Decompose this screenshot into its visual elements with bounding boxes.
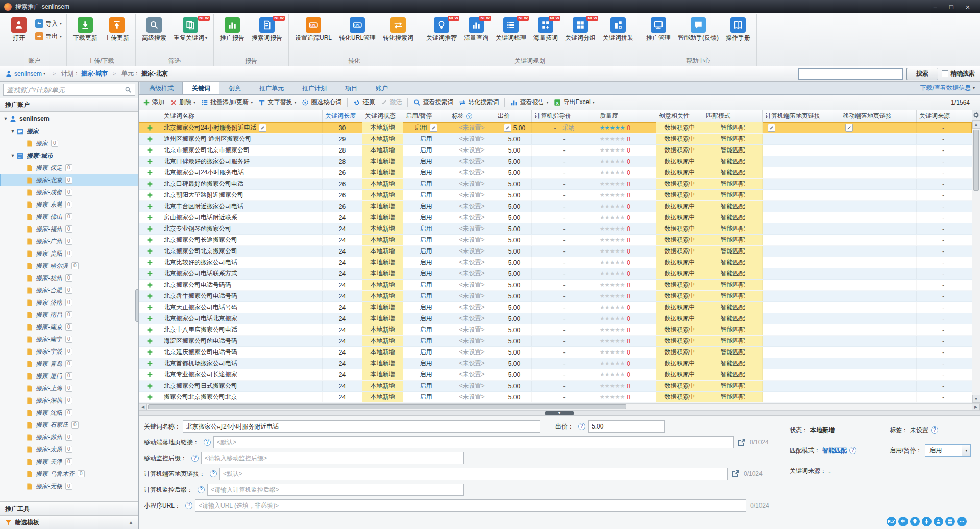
table-row[interactable]: 北京搬家公司日式搬家公司24本地新增启用<未设置>5.00-★★★★★0数据积累… [139, 381, 972, 392]
toolbar-batch-add-update[interactable]: 批量添加/更新▾ [201, 98, 253, 107]
help-icon[interactable] [931, 426, 938, 434]
table-row[interactable]: 北京丰台区附近搬家公司电话26本地新增启用<未设置>5.00-★★★★★0数据积… [139, 201, 972, 212]
expand-caret-icon[interactable]: ▼ [9, 153, 16, 158]
help-icon[interactable] [210, 470, 217, 477]
ribbon-mass-expand[interactable]: 海量拓词NEW [530, 15, 561, 42]
table-row[interactable]: 北京专业搬家公司长途搬家24本地新增启用<未设置>5.00-★★★★★0数据积累… [139, 369, 972, 381]
table-row[interactable]: 北京搬家公司24小时服务电话26本地新增启用<未设置>5.00-★★★★★0数据… [139, 167, 972, 179]
toolbar-restore[interactable]: 还原 [353, 98, 375, 107]
add-keyword-icon[interactable] [146, 214, 153, 221]
tree-unit[interactable]: 搬家0 [0, 137, 138, 149]
panel-splitter[interactable] [139, 410, 980, 415]
edit-icon[interactable] [430, 124, 437, 132]
table-row[interactable]: 北京搬家公司电话联系方式24本地新增启用<未设置>5.00-★★★★★0数据积累… [139, 268, 972, 280]
add-keyword-icon[interactable] [146, 326, 153, 333]
table-row[interactable]: 北京市搬家公司北京市搬家公司28本地新增启用<未设置>5.00-★★★★★0数据… [139, 145, 972, 156]
float-location-button[interactable] [910, 517, 920, 526]
table-row[interactable]: 北京十八里店搬家公司电话24本地新增启用<未设置>5.00-★★★★★0数据积累… [139, 324, 972, 336]
tree-unit[interactable]: 搬家-无锡0 [0, 480, 138, 492]
download-view-data-link[interactable]: 下载/查看数据信息▾ [920, 84, 980, 92]
col-header-tag[interactable]: 标签? [449, 110, 495, 122]
ribbon-keyword-recommend[interactable]: 关键词推荐NEW [423, 15, 460, 42]
ribbon-smart-assistant[interactable]: 智能助手(反馈) [674, 15, 722, 42]
table-row[interactable]: 北京口碑最好的搬家公司服务好28本地新增启用<未设置>5.00-★★★★★0数据… [139, 156, 972, 167]
ribbon-keyword-sort[interactable]: 关键词梳理NEW [492, 15, 530, 42]
add-keyword-icon[interactable] [146, 304, 153, 311]
ribbon-traffic-query[interactable]: 流量查询NEW [460, 15, 492, 42]
open-link-icon[interactable] [731, 470, 740, 478]
ribbon-export[interactable]: 导出▾ [35, 32, 62, 40]
tree-unit[interactable]: 搬家-北京0 [0, 174, 138, 186]
tab-plan[interactable]: 推广计划 [293, 82, 336, 94]
help-icon[interactable] [198, 486, 205, 493]
toolbar-select-core-words[interactable]: 圈选核心词 [302, 98, 341, 107]
tree-unit[interactable]: 搬家-青岛0 [0, 358, 138, 370]
col-header-length[interactable]: 关键词长度 [323, 110, 362, 122]
add-keyword-icon[interactable] [146, 383, 153, 389]
table-row[interactable]: 房山搬家公司电话附近联系24本地新增启用<未设置>5.00-★★★★★0数据积累… [139, 212, 972, 223]
col-header-mobile_landing[interactable]: 移动端落地页链接 [840, 110, 917, 122]
tree-unit[interactable]: 搬家-苏州0 [0, 431, 138, 443]
add-keyword-icon[interactable] [146, 282, 153, 288]
table-row[interactable]: 北京搬家公司北京搬家公司24本地新增启用<未设置>5.00-★★★★★0数据积累… [139, 246, 972, 257]
tree-unit[interactable]: 搬家-南宁0 [0, 333, 138, 345]
match-mode-value[interactable]: 智能匹配 [822, 446, 847, 455]
ribbon-download-update[interactable]: 下载更新 [69, 15, 101, 42]
add-keyword-icon[interactable] [146, 203, 153, 210]
ribbon-import[interactable]: 导入▾ [35, 19, 62, 28]
table-row[interactable]: 北京犇牛搬家公司电话号码24本地新增启用<未设置>5.00-★★★★★0数据积累… [139, 291, 972, 302]
hscroll-track[interactable] [147, 404, 972, 410]
mobile-suffix-input[interactable] [201, 452, 464, 464]
add-keyword-icon[interactable] [146, 394, 153, 400]
col-header-source[interactable]: 关键词来源 [917, 110, 970, 122]
edit-icon[interactable] [259, 124, 266, 132]
ribbon-keyword-group[interactable]: 关键词分组NEW [561, 15, 599, 42]
toolbar-activate[interactable]: 激活 [380, 98, 402, 107]
ribbon-manual[interactable]: 操作手册 [722, 15, 754, 42]
scroll-left-button[interactable] [139, 404, 147, 410]
ribbon-promotion-manage[interactable]: 推广管理 [643, 15, 674, 42]
table-row[interactable]: 北京首都机场搬家公司电话24本地新增启用<未设置>5.00-★★★★★0数据积累… [139, 358, 972, 369]
vertical-scrollbar[interactable] [972, 110, 980, 403]
tree-account[interactable]: ▼senlinsem [0, 113, 138, 125]
pc-landing-input[interactable] [219, 468, 728, 480]
sidebar-footer-filter-template[interactable]: 筛选模板▲ [0, 515, 138, 529]
collapse-detail-button[interactable] [545, 411, 574, 415]
pc-suffix-input[interactable] [207, 484, 464, 496]
table-row[interactable]: 北京比较好的搬家公司电话24本地新增启用<未设置>5.00-★★★★★0数据积累… [139, 257, 972, 268]
scroll-down-button[interactable] [972, 395, 980, 403]
help-icon[interactable] [849, 447, 856, 454]
tree-plan[interactable]: ▼搬家-城市 [0, 149, 138, 162]
col-header-relevance[interactable]: 创意相关性 [656, 110, 703, 122]
table-row[interactable]: 北京搬家公司电话北京搬家24本地新增启用<未设置>5.00-★★★★★0数据积累… [139, 313, 972, 324]
edit-icon[interactable] [768, 124, 775, 132]
table-row[interactable]: 北京搬家公司24小时服务附近电话30本地新增启用<未设置>5.00-采纳★★★★… [139, 122, 972, 134]
table-row[interactable]: 海淀区搬家公司的电话号码24本地新增启用<未设置>5.00-★★★★★0数据积累… [139, 336, 972, 347]
minimize-button[interactable] [927, 2, 943, 12]
scroll-up-button[interactable] [972, 120, 980, 129]
bid-input[interactable] [588, 420, 665, 433]
tree-unit[interactable]: 搬家-厦门0 [0, 370, 138, 382]
expand-caret-icon[interactable]: ▼ [2, 116, 9, 121]
toolbar-view-search-terms[interactable]: 查看搜索词 [413, 98, 453, 107]
search-button[interactable]: 搜索 [906, 68, 938, 80]
float-lang-cn-button[interactable]: 中 [898, 517, 908, 526]
tree-unit[interactable]: 搬家-乌鲁木齐0 [0, 468, 138, 480]
table-row[interactable]: 搬家公司北京搬家公司北京24本地新增启用<未设置>5.00-★★★★★0数据积累… [139, 392, 972, 403]
tree-unit[interactable]: 搬家-深圳0 [0, 394, 138, 407]
help-icon[interactable] [578, 423, 585, 430]
ribbon-conversion-search-term[interactable]: 转化搜索词 [379, 15, 417, 42]
tab-creative[interactable]: 创意 [219, 82, 250, 94]
vscroll-thumb[interactable] [973, 130, 979, 191]
tree-plan[interactable]: ▼搬家 [0, 125, 138, 137]
toolbar-add[interactable]: 添加 [143, 98, 164, 107]
ribbon-upload-update[interactable]: 上传更新 [101, 15, 133, 42]
add-keyword-icon[interactable] [146, 225, 153, 232]
col-header-enabled[interactable]: 启用/暂停 [403, 110, 449, 122]
add-keyword-icon[interactable] [146, 360, 153, 367]
add-keyword-icon[interactable] [146, 248, 153, 255]
global-search-input[interactable] [798, 68, 903, 80]
tab-unit[interactable]: 推广单元 [250, 82, 293, 94]
edit-icon[interactable] [504, 124, 511, 132]
table-row[interactable]: 北京专业钢琴的搬家公司24本地新增启用<未设置>5.00-★★★★★0数据积累中… [139, 223, 972, 235]
